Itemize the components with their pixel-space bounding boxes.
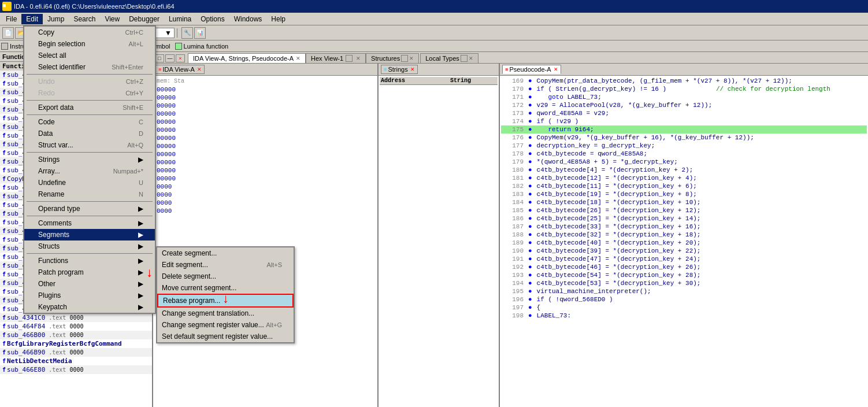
pseudo-tab[interactable]: ■ Pseudocode-A ✕: [502, 65, 561, 74]
menu-strings[interactable]: Strings ▶: [24, 154, 155, 165]
other-label: Other: [38, 280, 55, 288]
tab-close[interactable]: ✕: [469, 56, 473, 61]
copy-shortcut: Ctrl+C: [125, 29, 143, 36]
pseudo-line: 189 ● c4tb_bytecode[40] = *(decryption_k…: [501, 239, 867, 247]
export-data-label: Export data: [38, 103, 73, 112]
segments-change-translation[interactable]: Change segment translation...: [157, 308, 294, 319]
tab-close[interactable]: ✕: [296, 56, 301, 61]
redo-shortcut: Ctrl+Y: [125, 90, 143, 97]
menu-debugger[interactable]: Debugger: [124, 14, 164, 24]
tab-label: Structures: [371, 55, 400, 62]
strings-panel: ■ Strings ✕ Address String: [379, 64, 500, 407]
menu-undo[interactable]: Undo Ctrl+Z: [24, 76, 155, 87]
tab-hex-view[interactable]: Hex View-1 ✕: [306, 53, 366, 63]
menu-operand-type[interactable]: Operand type ▶: [24, 203, 155, 214]
menu-plugins[interactable]: Plugins ▶: [24, 290, 155, 301]
menu-keypatch[interactable]: Keypatch ▶: [24, 301, 155, 313]
ida-view-close[interactable]: ✕: [197, 66, 202, 72]
strings-tab[interactable]: ■ Strings ✕: [381, 65, 418, 74]
menu-select-all[interactable]: Select all: [24, 50, 155, 61]
menu-windows[interactable]: Windows: [229, 14, 267, 24]
menu-data[interactable]: Data D: [24, 128, 155, 139]
list-item[interactable]: fsub_466E80.text0000: [0, 365, 152, 374]
plugins-label: Plugins: [38, 291, 61, 299]
menu-copy[interactable]: Copy Ctrl+C: [24, 27, 155, 38]
center-right: □ — × IDA View-A, Strings, Pseudocode-A …: [153, 52, 868, 407]
pseudo-header: ■ Pseudocode-A ✕: [500, 64, 868, 76]
strings-arrow: ▶: [138, 156, 143, 164]
menu-export-data[interactable]: Export data Shift+E: [24, 102, 155, 113]
list-item[interactable]: fsub_4341C0.text0000: [0, 313, 152, 322]
restore-btn[interactable]: □: [155, 54, 164, 62]
tab-close[interactable]: ✕: [356, 56, 361, 61]
menu-array[interactable]: Array... Numpad+*: [24, 165, 155, 177]
tab-local-types[interactable]: Local Types ✕: [420, 53, 478, 63]
menu-struct-var[interactable]: Struct var... Alt+Q: [24, 139, 155, 151]
segments-change-register[interactable]: Change segment register value... Alt+G: [157, 319, 294, 331]
change-register-shortcut: Alt+G: [266, 321, 282, 328]
menu-redo[interactable]: Redo Ctrl+Y: [24, 87, 155, 99]
delete-segment-label: Delete segment...: [162, 272, 216, 280]
menu-search[interactable]: Search: [69, 14, 100, 24]
menu-lumina[interactable]: Lumina: [164, 14, 196, 24]
menu-jump[interactable]: Jump: [43, 14, 69, 24]
create-segment-label: Create segment...: [162, 249, 217, 257]
tab-close[interactable]: ✕: [409, 56, 414, 61]
rebase-label: Rebase program...: [163, 297, 220, 305]
menu-structs[interactable]: Structs ▶: [24, 240, 155, 252]
menu-help[interactable]: Help: [266, 14, 290, 24]
segments-delete[interactable]: Delete segment...: [157, 271, 294, 282]
tb-more2[interactable]: 📊: [194, 27, 206, 39]
list-item[interactable]: fNetLibDetectMedia: [0, 357, 152, 365]
segments-set-default[interactable]: Set default segment register value...: [157, 331, 294, 342]
menu-other[interactable]: Other ▶: [24, 278, 155, 290]
list-item[interactable]: fsub_466B00.text0000: [0, 331, 152, 339]
pseudo-line: 170 ● if ( StrLen(g_decrypt_key) != 16 )…: [501, 85, 867, 93]
pseudo-line: 188 ● c4tb_bytecode[32] = *(decryption_k…: [501, 231, 867, 239]
tab-ida-view-strings-pseudo[interactable]: IDA View-A, Strings, Pseudocode-A ✕: [188, 53, 306, 63]
sep: [27, 253, 153, 254]
menu-edit[interactable]: Edit: [21, 14, 43, 24]
menu-file[interactable]: File: [1, 14, 21, 24]
menu-segments[interactable]: Segments ▶: [24, 229, 155, 240]
close-btn[interactable]: ×: [176, 54, 185, 62]
menu-begin-selection[interactable]: Begin selection Alt+L: [24, 38, 155, 50]
tab-structures[interactable]: Structures ✕: [366, 53, 419, 63]
strings-close[interactable]: ✕: [410, 66, 415, 72]
list-item[interactable]: fBcfgLibraryRegisterBcfgCommand: [0, 339, 152, 348]
menu-comments[interactable]: Comments ▶: [24, 217, 155, 229]
select-all-label: Select all: [38, 51, 66, 60]
segments-edit[interactable]: Edit segment... Alt+S: [157, 259, 294, 271]
segments-create[interactable]: Create segment...: [157, 247, 294, 259]
tb-more1[interactable]: 🔧: [181, 27, 193, 39]
tb-new[interactable]: 📄: [2, 27, 14, 39]
menu-select-identifier[interactable]: Select identifier Shift+Enter: [24, 61, 155, 73]
pseudo-line: 183 ● c4tb_bytecode[19] = *(decryption_k…: [501, 190, 867, 198]
data-label: Data: [38, 130, 53, 138]
ida-view-tab[interactable]: ■ IDA View-A ✕: [155, 65, 205, 74]
list-item[interactable]: fsub_466B90.text0000: [0, 348, 152, 357]
minimize-btn[interactable]: —: [165, 54, 175, 62]
hex-row: 00000: [154, 110, 376, 118]
menu-options[interactable]: Options: [196, 14, 229, 24]
pseudo-content[interactable]: 169 ● CopyMem(ptr_data_bytecode, (g_file…: [500, 76, 868, 407]
pseudo-line: 173 ● qword_4E85A8 = v29;: [501, 109, 867, 117]
pseudo-close[interactable]: ✕: [554, 66, 558, 72]
menu-view[interactable]: View: [100, 14, 124, 24]
menu-rename[interactable]: Rename N: [24, 188, 155, 200]
app-icon: ■: [2, 2, 12, 11]
menu-patch-program[interactable]: Patch program ▶: [24, 267, 155, 278]
segments-move[interactable]: Move current segment...: [157, 282, 294, 294]
menu-undefine[interactable]: Undefine U: [24, 177, 155, 188]
menu-functions[interactable]: Functions ▶: [24, 255, 155, 267]
list-item[interactable]: fsub_464F84.text0000: [0, 322, 152, 331]
pseudo-line: 171 ● goto LABEL_73;: [501, 93, 867, 101]
hex-row: 00000: [154, 158, 376, 166]
hex-row: 00000: [154, 175, 376, 183]
menu-code[interactable]: Code C: [24, 116, 155, 128]
ida-view-content[interactable]: mem: Sta 00000 00000 00000 00000 00000 0…: [153, 76, 377, 407]
sep: [27, 216, 153, 216]
pseudo-label: Pseudocode-A: [509, 66, 551, 73]
strings-content[interactable]: Address String: [379, 76, 499, 407]
segments-rebase[interactable]: Rebase program...: [157, 294, 294, 308]
